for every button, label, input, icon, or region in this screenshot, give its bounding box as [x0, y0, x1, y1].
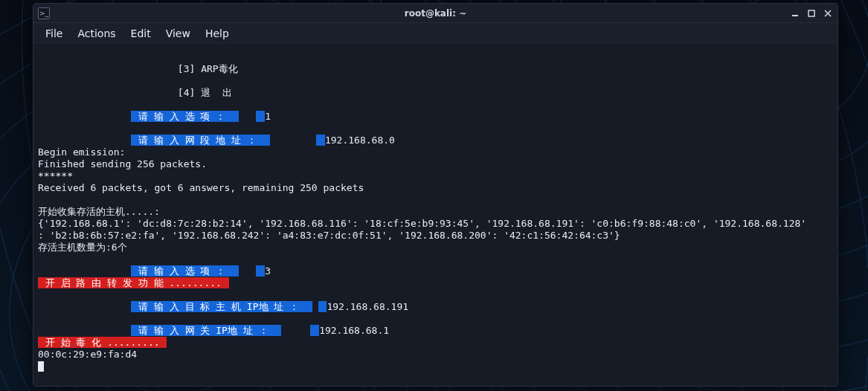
banner-start-poison: 开 始 毒 化 ......... — [38, 337, 167, 348]
prompt-gateway-ip: 请 输 入 网 关 IP地 址 ： — [131, 325, 281, 336]
prompt-gateway-ip-line: 请 输 入 网 关 IP地 址 ： 192.168.68.1 — [38, 325, 389, 336]
prompt-target-ip: 请 输 入 目 标 主 机 IP地 址 ： — [131, 301, 312, 312]
line-finished-sending: Finished sending 256 packets. — [38, 158, 207, 169]
input-target-ip: 192.168.68.191 — [327, 301, 408, 312]
prompt-target-ip-line: 请 输 入 目 标 主 机 IP地 址 ： 192.168.68.191 — [38, 301, 408, 312]
terminal-output[interactable]: [3] ARP毒化 [4] 退 出 请 输 入 选 项 ： 1 请 输 入 网 … — [33, 44, 838, 386]
prompt-segment-line: 请 输 入 网 段 地 址 ： 192.168.68.0 — [38, 135, 395, 146]
input-segment: 192.168.68.0 — [325, 135, 395, 146]
banner-forward-enable: 开 启 路 由 转 发 功 能 ......... — [38, 277, 229, 288]
prompt-enter-segment: 请 输 入 网 段 地 址 ： — [131, 135, 269, 146]
svg-rect-0 — [792, 15, 798, 16]
input-option-2: 3 — [265, 265, 271, 277]
menu-line-3: [3] ARP毒化 — [38, 63, 238, 74]
prompt-choose-option-2: 请 输 入 选 项 ： — [131, 265, 239, 277]
terminal-window: >_ root@kali: ~ File Actions Edit View H… — [33, 3, 838, 387]
close-button[interactable] — [823, 8, 833, 19]
menu-edit[interactable]: Edit — [125, 25, 157, 42]
prompt-option-2-line: 请 输 入 选 项 ： 3 — [38, 265, 271, 277]
line-begin-emission: Begin emission: — [38, 146, 125, 158]
minimize-button[interactable] — [790, 8, 800, 19]
line-alive-count: 存活主机数量为:6个 — [38, 242, 127, 253]
line-collect-header: 开始收集存活的主机.....: — [38, 206, 160, 217]
menubar: File Actions Edit View Help — [33, 23, 838, 44]
line-stars: ****** — [38, 170, 73, 181]
menu-actions[interactable]: Actions — [71, 25, 121, 42]
input-option-1: 1 — [265, 111, 271, 122]
prompt-option-1-line: 请 输 入 选 项 ： 1 — [38, 111, 271, 122]
terminal-app-icon: >_ — [38, 7, 50, 19]
terminal-cursor — [38, 361, 44, 372]
menu-file[interactable]: File — [39, 25, 68, 42]
line-mac: 00:0c:29:e9:fa:d4 — [38, 349, 137, 360]
line-hosts-dict-1: {'192.168.68.1': 'dc:d8:7c:28:b2:14', '1… — [38, 218, 806, 229]
window-title: root@kali: ~ — [33, 8, 838, 19]
window-controls — [790, 8, 833, 19]
input-gateway-ip: 192.168.68.1 — [319, 325, 389, 336]
menu-view[interactable]: View — [160, 25, 196, 42]
menu-help[interactable]: Help — [199, 25, 235, 42]
menu-line-4: [4] 退 出 — [38, 87, 232, 98]
svg-rect-1 — [808, 10, 814, 16]
prompt-choose-option: 请 输 入 选 项 ： — [131, 111, 239, 122]
line-received: Received 6 packets, got 6 answers, remai… — [38, 182, 364, 193]
titlebar[interactable]: >_ root@kali: ~ — [33, 4, 838, 23]
maximize-button[interactable] — [806, 8, 817, 19]
line-hosts-dict-2: : 'b2:b8:6b:57:e2:fa', '192.168.68.242':… — [38, 230, 620, 241]
